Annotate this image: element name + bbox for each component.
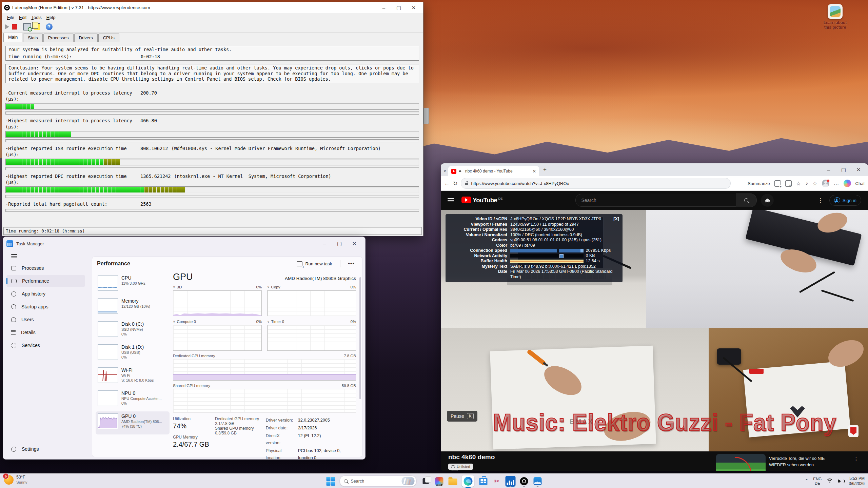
- sidebar-hamburger[interactable]: [6, 251, 85, 261]
- task-manager-titlebar[interactable]: Task Manager – ▢ ✕: [3, 237, 365, 250]
- analyze-icon[interactable]: [23, 23, 31, 30]
- browser-essentials-icon[interactable]: ♪: [805, 180, 808, 186]
- menu-help[interactable]: Help: [44, 14, 58, 21]
- tab-processes[interactable]: Processes: [43, 34, 74, 42]
- language-switcher[interactable]: ENG DE: [813, 477, 822, 486]
- perf-list-item-memory[interactable]: Memory12/120 GB (10%): [96, 296, 170, 319]
- m365-copilot-icon[interactable]: [435, 476, 444, 486]
- spotlight-widget[interactable]: Learn about this picture: [813, 4, 857, 30]
- sidebar-item-performance[interactable]: Performance: [6, 275, 85, 287]
- minimize-button[interactable]: –: [821, 165, 836, 175]
- sidebar-item-details[interactable]: Details: [6, 326, 85, 339]
- start-button[interactable]: [326, 476, 335, 486]
- perf-list-item-npu-0[interactable]: NPU 0NPU Compute Acceler...0%: [96, 388, 170, 411]
- copilot-icon[interactable]: [844, 180, 851, 187]
- search-input[interactable]: Search: [575, 194, 736, 207]
- address-bar[interactable]: https://www.youtube.com/watch?v=J-x8HPyQ…: [461, 178, 731, 189]
- tab-close-icon[interactable]: ✕: [532, 169, 536, 174]
- wifi-icon[interactable]: [826, 479, 833, 484]
- maximize-button[interactable]: ▢: [391, 3, 406, 13]
- refresh-button[interactable]: ↻: [453, 180, 457, 187]
- help-icon[interactable]: ?: [46, 23, 53, 30]
- recommended-video-title[interactable]: Verrückte Tore, die wir so NIE WIEDER se…: [769, 455, 849, 468]
- summarize-icon[interactable]: [774, 180, 781, 187]
- summarize-label[interactable]: Summarize: [748, 181, 770, 186]
- minimize-button[interactable]: –: [376, 3, 391, 13]
- weather-widget[interactable]: 6 53°F Sunny: [4, 475, 27, 485]
- minimize-button[interactable]: –: [317, 239, 332, 248]
- tab-stats[interactable]: Stats: [23, 34, 43, 42]
- sidebar-item-processes[interactable]: Processes: [6, 262, 85, 274]
- channel-avatar[interactable]: [448, 470, 461, 471]
- hidden-icons-chevron[interactable]: ⌃: [805, 478, 808, 483]
- menu-edit[interactable]: Edit: [17, 14, 29, 21]
- recommended-thumbnail[interactable]: [716, 454, 766, 471]
- new-tab-button[interactable]: +: [543, 166, 547, 173]
- perf-list-item-disk-0-c-[interactable]: Disk 0 (C:)SSD (NVMe)0%: [96, 319, 170, 342]
- menu-tools[interactable]: Tools: [29, 14, 44, 21]
- favorites-star-icon[interactable]: ☆: [796, 180, 801, 187]
- stats-close-button[interactable]: [X]: [613, 217, 619, 222]
- file-explorer-icon[interactable]: [448, 476, 457, 486]
- clock[interactable]: 5:53 PM 3/6/2026: [849, 476, 865, 486]
- search-button[interactable]: [736, 194, 757, 207]
- settings-more-icon[interactable]: …: [834, 180, 839, 186]
- more-options-button[interactable]: •••: [345, 261, 357, 267]
- microsoft-store-icon[interactable]: [479, 476, 488, 486]
- speaker-icon[interactable]: [838, 479, 844, 484]
- run-new-task-button[interactable]: Run new task: [293, 259, 335, 268]
- maximize-button[interactable]: ▢: [332, 239, 347, 248]
- snipping-tool-icon[interactable]: ✂: [492, 476, 501, 486]
- collections-icon[interactable]: ☆: [812, 180, 817, 187]
- tab-drivers[interactable]: Drivers: [74, 34, 98, 42]
- back-button[interactable]: ←: [444, 180, 450, 186]
- copy-report-icon[interactable]: [34, 23, 40, 30]
- latencymon-taskbar-icon[interactable]: [519, 476, 529, 486]
- spotlight-icon[interactable]: [828, 4, 843, 19]
- perf-list-item-disk-1-d-[interactable]: Disk 1 (D:)USB (USB)0%: [96, 342, 170, 365]
- taskbar-search[interactable]: Search: [340, 475, 417, 487]
- youtube-more-icon[interactable]: ⋮: [817, 197, 823, 204]
- stop-monitor-icon[interactable]: [12, 24, 17, 29]
- task-manager-taskbar-icon[interactable]: [533, 476, 542, 486]
- stats-label: Viewport / Frames: [449, 222, 507, 227]
- latencymon-titlebar[interactable]: LatencyMon (Home Edition ) v 7.31 - http…: [2, 2, 423, 13]
- lock-icon[interactable]: [465, 183, 468, 185]
- tab-search-chevron-icon[interactable]: ∨: [443, 169, 446, 173]
- youtube-logo[interactable]: YouTube DE: [461, 197, 502, 204]
- video-player[interactable]: BMAX [X] Video ID / sCPNJ-x8HPyQROo / XQ…: [441, 210, 868, 451]
- edge-taskbar-icon[interactable]: [462, 475, 474, 487]
- menu-file[interactable]: File: [5, 14, 17, 21]
- scrollbar[interactable]: [359, 277, 361, 399]
- perf-list-item-cpu[interactable]: CPU11% 3.00 GHz: [96, 273, 170, 296]
- sidebar-item-users[interactable]: Users: [6, 313, 85, 326]
- browser-tab[interactable]: nbc 4k60 demo - YouTube ✕: [448, 166, 539, 176]
- taskbar-center: Search ✂: [326, 475, 542, 487]
- profile-avatar[interactable]: [822, 180, 829, 187]
- tab-cpus[interactable]: CPUs: [98, 34, 119, 42]
- voice-search-button[interactable]: [761, 194, 774, 207]
- maximize-button[interactable]: ▢: [836, 165, 851, 175]
- task-view-button[interactable]: [421, 476, 430, 486]
- sidebar-item-services[interactable]: Services: [6, 339, 85, 351]
- youtube-menu-icon[interactable]: [448, 197, 454, 203]
- tab-audio-icon[interactable]: [459, 169, 463, 173]
- url-text[interactable]: https://www.youtube.com/watch?v=J-x8HPyQ…: [471, 181, 569, 186]
- sign-in-button[interactable]: Sign in: [829, 195, 861, 206]
- close-button[interactable]: ✕: [851, 165, 866, 175]
- perf-list-item-gpu-0[interactable]: GPU 0AMD Radeon(TM) 806...74% (38 °C): [96, 411, 170, 434]
- close-button[interactable]: ✕: [406, 3, 421, 13]
- youtube-region-label: DE: [498, 197, 502, 200]
- sidebar-item-settings[interactable]: Settings: [6, 443, 85, 455]
- recommended-more-icon[interactable]: ⋮: [854, 456, 859, 462]
- sidebar-item-app-history[interactable]: App history: [6, 288, 85, 300]
- tab-main[interactable]: Main: [3, 33, 22, 42]
- stats-app-icon[interactable]: [506, 476, 515, 486]
- sidebar-item-startup-apps[interactable]: Startup apps: [6, 301, 85, 313]
- close-button[interactable]: ✕: [347, 239, 362, 248]
- perf-list-item-wi-fi[interactable]: Wi-FiWi-FiS: 16.0 R: 8.0 Kbps: [96, 365, 170, 388]
- stats-for-nerds-panel[interactable]: [X] Video ID / sCPNJ-x8HPyQROo / XQGS 1P…: [446, 214, 623, 282]
- split-screen-icon[interactable]: [785, 180, 792, 187]
- copilot-chat-label[interactable]: Chat: [855, 181, 865, 186]
- start-monitor-icon[interactable]: [5, 24, 9, 29]
